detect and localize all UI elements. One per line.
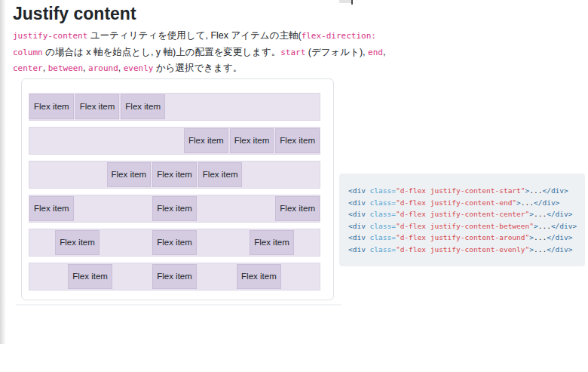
flex-item: Flex item (275, 128, 320, 153)
intro-line-3: center, between, around, evenly から選択できます… (13, 63, 242, 73)
section-divider (16, 304, 341, 306)
page-title: Justify content (13, 4, 136, 24)
code-token: "d-flex justify-content-between" (396, 222, 534, 230)
code-token: <div (348, 245, 370, 254)
flex-item: Flex item (152, 162, 197, 187)
flex-item: Flex item (152, 196, 197, 221)
code-token: class= (370, 222, 396, 230)
flex-item: Flex item (275, 196, 320, 221)
flex-item: Flex item (152, 230, 197, 255)
code-token: "d-flex justify-content-around" (396, 233, 529, 241)
flex-example-card: Flex itemFlex itemFlex itemFlex itemFlex… (21, 78, 334, 300)
flex-row-justify-content-center: Flex itemFlex itemFlex item (29, 161, 320, 189)
code-token: <div (348, 222, 370, 230)
inline-code: column (13, 48, 43, 57)
code-line-6: <div class="d-flex justify-content-evenl… (348, 244, 576, 256)
code-token: </div> (547, 210, 572, 218)
code-line-5: <div class="d-flex justify-content-aroun… (348, 232, 576, 244)
code-token: </div> (542, 186, 568, 195)
flex-row-justify-content-start: Flex itemFlex itemFlex item (29, 93, 320, 121)
flex-item: Flex item (75, 94, 120, 119)
code-token: class= (370, 245, 396, 254)
code-token: </div> (534, 198, 559, 207)
code-token: ... (521, 198, 534, 207)
code-token: "d-flex justify-content-end" (396, 198, 516, 207)
code-line-3: <div class="d-flex justify-content-cente… (348, 208, 576, 220)
code-token: ... (538, 222, 551, 230)
flex-row-justify-content-end: Flex itemFlex itemFlex item (29, 127, 320, 155)
code-snippet-block: <div class="d-flex justify-content-start… (339, 174, 585, 266)
code-token: </div> (547, 233, 572, 241)
intro-text: , (383, 47, 385, 57)
inline-code: between (48, 63, 83, 73)
code-token: class= (370, 210, 396, 218)
code-token: ... (534, 210, 547, 218)
flex-item: Flex item (68, 264, 112, 289)
code-token: "d-flex justify-content-evenly" (396, 245, 529, 254)
intro-line-1: justify-content ユーティリティを使用して, Flex アイテムの… (13, 30, 376, 41)
intro-text: , (118, 63, 124, 73)
intro-paragraph: justify-content ユーティリティを使用して, Flex アイテムの… (13, 28, 343, 77)
flex-item: Flex item (152, 264, 197, 289)
inline-code: flex-direction: (302, 31, 376, 41)
inline-code: around (88, 63, 118, 73)
flex-item: Flex item (230, 128, 274, 153)
inline-code: evenly (124, 63, 154, 73)
intro-text: , (83, 63, 88, 73)
code-token: class= (370, 233, 396, 241)
flex-item: Flex item (29, 196, 74, 221)
flex-item: Flex item (184, 128, 228, 153)
inline-code: center (13, 63, 43, 73)
flex-item: Flex item (237, 264, 281, 289)
code-token: <div (348, 233, 370, 241)
left-edge-shadow (0, 0, 6, 344)
code-token: ... (529, 186, 542, 195)
code-token: </div> (551, 222, 577, 230)
flex-row-justify-content-evenly: Flex itemFlex itemFlex item (29, 263, 320, 291)
flex-row-justify-content-between: Flex itemFlex itemFlex item (29, 195, 320, 223)
intro-text: (デフォルト), (305, 47, 368, 57)
code-token: "d-flex justify-content-center" (396, 210, 529, 218)
flex-item: Flex item (198, 162, 243, 187)
intro-text: ユーティリティを使用して, Flex アイテムの主軸( (87, 30, 301, 41)
code-token: class= (370, 198, 396, 207)
flex-row-justify-content-around: Flex itemFlex itemFlex item (29, 229, 320, 257)
inline-code: start (280, 48, 305, 57)
flex-item: Flex item (55, 230, 100, 255)
scrollbar-tick (351, 0, 353, 5)
code-token: class= (370, 186, 396, 195)
inline-code: end (368, 48, 383, 57)
scrollbar-fragment (339, 0, 352, 3)
code-line-1: <div class="d-flex justify-content-start… (348, 185, 576, 197)
code-token: <div (348, 186, 370, 195)
flex-item: Flex item (250, 230, 294, 255)
intro-line-2: column の場合は x 軸を始点とし, y 軸)上の配置を変更します。sta… (13, 47, 385, 57)
code-token: <div (348, 198, 370, 207)
flex-item: Flex item (121, 94, 165, 119)
code-token: "d-flex justify-content-start" (396, 186, 525, 195)
intro-text: の場合は x 軸を始点とし, y 軸)上の配置を変更します。 (43, 47, 280, 57)
code-token: ... (534, 233, 547, 241)
intro-text: , (43, 63, 48, 73)
flex-item: Flex item (29, 94, 74, 119)
code-token: </div> (547, 245, 572, 254)
intro-text: から選択できます。 (153, 63, 242, 73)
flex-item: Flex item (107, 162, 152, 187)
code-line-2: <div class="d-flex justify-content-end">… (348, 197, 576, 209)
code-line-4: <div class="d-flex justify-content-betwe… (348, 220, 576, 232)
code-token: ... (534, 245, 547, 254)
inline-code: justify-content (13, 31, 87, 41)
code-token: <div (348, 210, 370, 218)
